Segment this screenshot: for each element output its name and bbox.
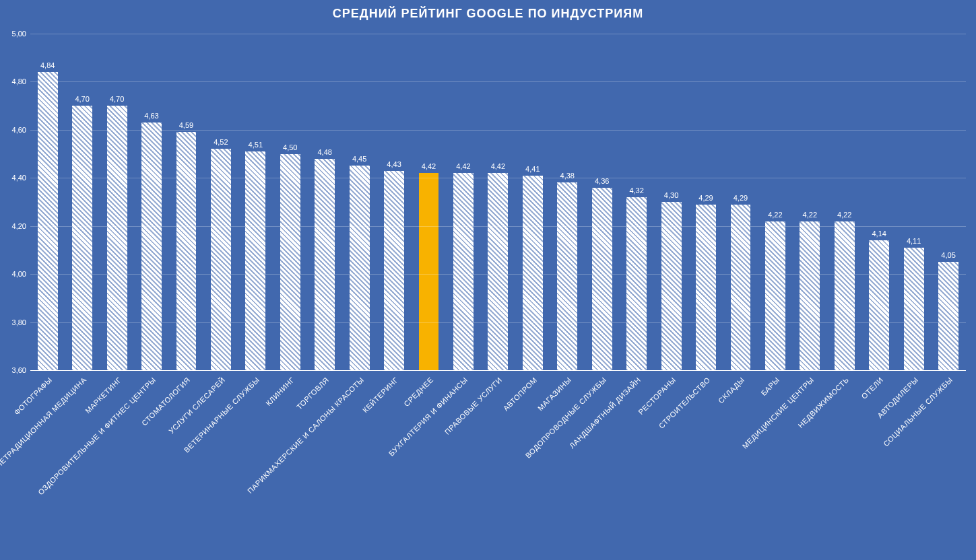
bar: 4,45: [350, 166, 370, 370]
bar-value-label: 4,29: [734, 194, 748, 202]
y-tick-label: 4,00: [12, 270, 26, 278]
bar-slot: 4,11: [897, 34, 931, 370]
gridline: [30, 322, 966, 323]
x-label-slot: СКЛАДЫ: [723, 372, 758, 560]
chart-title: СРЕДНИЙ РЕЙТИНГ GOOGLE ПО ИНДУСТРИЯМ: [0, 7, 976, 21]
bar-value-label: 4,84: [40, 61, 55, 69]
bar: 4,22: [800, 221, 820, 370]
bar-value-label: 4,14: [872, 230, 886, 238]
bar-value-label: 4,70: [110, 95, 124, 103]
bar: 4,63: [141, 123, 162, 370]
bar-slot: 4,32: [619, 34, 653, 370]
bar: 4,30: [661, 202, 682, 370]
bar-value-label: 4,41: [525, 165, 540, 173]
bar-slot: 4,52: [203, 34, 238, 370]
bar: 4,38: [557, 182, 577, 370]
bar-value-label: 4,51: [249, 141, 263, 149]
bar-value-label: 4,48: [317, 148, 331, 156]
bar: 4,50: [280, 154, 300, 370]
bar: 4,70: [72, 106, 92, 370]
bar-slot: 4,14: [862, 34, 897, 370]
bar-slot: 4,22: [827, 34, 861, 370]
bar-slot: 4,45: [342, 34, 377, 370]
bar-slot: 4,63: [134, 34, 168, 370]
bar-value-label: 4,29: [698, 194, 713, 202]
bar-slot: 4,70: [100, 34, 134, 370]
x-axis-line: [30, 370, 966, 371]
bar-value-label: 4,22: [837, 211, 851, 219]
bar: 4,29: [696, 205, 716, 370]
bar-value-label: 4,63: [144, 112, 158, 120]
bar-slot: 4,38: [550, 34, 585, 370]
bar-slot: 4,70: [65, 34, 99, 370]
gridline: [30, 178, 966, 178]
bar-value-label: 4,42: [456, 162, 470, 170]
bar-value-label: 4,05: [941, 251, 955, 259]
bar-value-label: 4,59: [179, 121, 193, 129]
bar-slot: 4,22: [793, 34, 827, 370]
bar: 4,41: [523, 176, 543, 370]
y-tick-label: 4,60: [12, 126, 26, 134]
bar-value-label: 4,22: [768, 211, 782, 219]
bar-slot: 4,48: [308, 34, 342, 370]
gridline: [30, 226, 966, 227]
bar: 4,59: [176, 132, 197, 370]
bar-value-label: 4,11: [907, 237, 921, 245]
bar: 4,22: [765, 221, 785, 370]
bar-slot: 4,42: [481, 34, 515, 370]
bar: 4,22: [835, 221, 855, 370]
y-tick-label: 5,00: [12, 30, 26, 38]
bar-value-label: 4,70: [75, 95, 89, 103]
bars-row: 4,844,704,704,634,594,524,514,504,484,45…: [30, 34, 966, 370]
x-label-slot: НЕДВИЖИМОСТЬ: [827, 372, 861, 560]
chart-container: СРЕДНИЙ РЕЙТИНГ GOOGLE ПО ИНДУСТРИЯМ 4,8…: [0, 0, 976, 560]
bar-slot: 4,51: [238, 34, 273, 370]
bar: 4,36: [592, 188, 612, 370]
x-tick-label: БАРЫ: [759, 376, 781, 397]
bar-slot: 4,36: [585, 34, 619, 370]
bar-slot: 4,29: [688, 34, 723, 370]
bar: 4,84: [38, 72, 58, 370]
bar-value-label: 4,38: [560, 172, 575, 180]
bar: 4,52: [211, 149, 231, 370]
bar-value-label: 4,42: [491, 162, 505, 170]
bar: 4,29: [731, 205, 751, 370]
bar-slot: 4,84: [30, 34, 65, 370]
bar-slot: 4,59: [169, 34, 203, 370]
bar: 4,48: [315, 159, 335, 370]
plot-area: 4,844,704,704,634,594,524,514,504,484,45…: [30, 34, 966, 370]
bar-slot: 4,41: [515, 34, 550, 370]
bar-slot: 4,50: [273, 34, 307, 370]
bar-value-label: 4,52: [214, 138, 228, 146]
y-tick-label: 3,80: [12, 318, 26, 326]
bar-value-label: 4,43: [387, 160, 401, 168]
y-tick-label: 3,60: [12, 366, 26, 374]
gridline: [30, 274, 966, 275]
bar-value-label: 4,50: [283, 143, 297, 151]
bar: 4,11: [904, 248, 924, 370]
bar-slot: 4,29: [723, 34, 758, 370]
y-tick-label: 4,80: [12, 77, 26, 85]
x-label-slot: СОЦИАЛЬНЫЕ СЛУЖБЫ: [931, 372, 965, 560]
bar-value-label: 4,32: [629, 186, 643, 195]
bar-slot: 4,05: [931, 34, 965, 370]
bar-value-label: 4,22: [803, 211, 817, 219]
bar-value-label: 4,30: [664, 191, 678, 199]
gridline: [30, 34, 966, 34]
bar: 4,42: [488, 173, 508, 370]
bar-slot: 4,42: [446, 34, 480, 370]
bar-slot: 4,22: [758, 34, 792, 370]
x-tick-label: ОТЕЛИ: [860, 376, 885, 400]
bar: 4,42: [453, 173, 474, 370]
gridline: [30, 130, 966, 131]
y-tick-label: 4,40: [12, 174, 26, 182]
bar: 4,14: [869, 240, 889, 370]
y-tick-label: 4,20: [12, 222, 26, 230]
bar-value-label: 4,42: [422, 162, 436, 170]
bar-slot: 4,42: [412, 34, 446, 370]
bar: 4,51: [245, 151, 265, 370]
bar-highlight: 4,42: [419, 173, 439, 370]
bar-value-label: 4,45: [352, 155, 366, 163]
bar: 4,70: [107, 106, 127, 370]
bar-slot: 4,30: [654, 34, 688, 370]
